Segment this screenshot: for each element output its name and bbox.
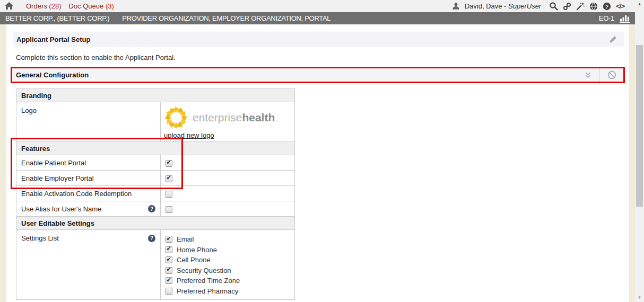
globe-icon[interactable] [589, 2, 598, 11]
home-icon[interactable] [5, 2, 13, 10]
org-code: EO-1 [599, 14, 614, 22]
content-panel: Applicant Portal Setup Complete this sec… [6, 24, 629, 302]
nav-doc-queue-label: Doc Queue [68, 2, 103, 10]
scrollbar-thumb[interactable] [636, 45, 643, 207]
user-name[interactable]: David, Dave - SuperUser [465, 2, 542, 10]
setting-option-preferred-pharmacy[interactable]: Preferred Pharmacy [166, 286, 290, 297]
enable-employer-portal-checkbox[interactable] [166, 175, 172, 182]
nav-doc-queue[interactable]: Doc Queue (3) [68, 2, 114, 10]
branding-header: Branding [16, 89, 295, 102]
orgbar-right-group: EO-1 [599, 14, 631, 23]
link-icon[interactable] [563, 2, 571, 11]
question-help-icon[interactable]: ? [148, 235, 155, 242]
home-phone-checkbox[interactable] [166, 246, 172, 253]
nav-orders-count: (28) [49, 2, 61, 10]
settings-list-cell: Email Home Phone Cell Phone Security Que… [161, 230, 295, 300]
setting-option-preferred-time-zone[interactable]: Preferred Time Zone [166, 276, 290, 286]
org-name[interactable]: BETTER CORP., (BETTER CORP.) [5, 14, 109, 22]
use-alias-checkbox[interactable] [166, 206, 172, 213]
settings-list-label-cell: Settings List ? [16, 230, 161, 300]
general-configuration-bar: General Configuration [11, 67, 625, 83]
page-header-bar: Applicant Portal Setup [13, 32, 624, 47]
logo-cell: enterprisehealth upload new logo [161, 102, 295, 142]
logo-sunburst-icon [164, 105, 188, 130]
organization-bar: BETTER CORP., (BETTER CORP.) PROVIDER OR… [0, 12, 635, 24]
enable-activation-code-checkbox[interactable] [166, 191, 172, 198]
feature-label: Enable Activation Code Redemption [16, 186, 161, 201]
feature-label: Enable Patient Portal [16, 155, 161, 171]
setting-option-security-question[interactable]: Security Question [166, 265, 290, 276]
scrollbar-down-arrow-icon[interactable]: ▼ [635, 294, 644, 301]
setting-option-cell-phone[interactable]: Cell Phone [166, 255, 290, 265]
feature-label: Enable Employer Portal [16, 171, 161, 186]
ban-icon[interactable] [600, 70, 623, 79]
vertical-scrollbar[interactable]: ▲ ▼ [635, 0, 644, 302]
wand-icon[interactable] [576, 2, 585, 11]
features-header: Features [16, 142, 295, 155]
logo-text-bold: health [242, 111, 275, 123]
security-question-checkbox[interactable] [166, 267, 172, 274]
intro-text: Complete this section to enable the Appl… [16, 54, 176, 61]
enterprise-health-logo: enterprisehealth [164, 105, 291, 130]
svg-text:?: ? [605, 3, 608, 9]
bar-chart-icon[interactable] [620, 14, 631, 23]
search-icon[interactable] [549, 2, 558, 11]
section-title: General Configuration [12, 71, 89, 79]
scrollbar-up-arrow-icon[interactable]: ▲ [635, 1, 644, 8]
cell-phone-checkbox[interactable] [166, 256, 172, 263]
double-chevron-down-icon[interactable] [576, 71, 599, 79]
email-checkbox[interactable] [166, 236, 172, 243]
enable-patient-portal-checkbox[interactable] [166, 160, 172, 167]
user-editable-settings-header: User Editable Settings [16, 217, 295, 230]
preferred-time-zone-checkbox[interactable] [166, 277, 172, 284]
pencil-icon[interactable] [609, 35, 617, 43]
user-role: SuperUser [508, 2, 541, 10]
question-help-icon[interactable]: ? [148, 205, 155, 212]
org-context: PROVIDER ORGANIZATION, EMPLOYER ORGANIZA… [122, 14, 330, 22]
setting-option-home-phone[interactable]: Home Phone [166, 245, 290, 255]
preferred-pharmacy-checkbox[interactable] [166, 288, 172, 295]
page-background: Applicant Portal Setup Complete this sec… [0, 24, 635, 302]
topbar-right-group: David, Dave - SuperUser ? </> [452, 2, 635, 11]
nav-orders-label: Orders [26, 2, 47, 10]
feature-label-with-help: Use Alias for User's Name ? [16, 201, 161, 217]
page-title: Applicant Portal Setup [16, 35, 90, 43]
code-icon[interactable]: </> [616, 2, 624, 10]
nav-orders[interactable]: Orders (28) [26, 2, 61, 10]
setting-option-email[interactable]: Email [166, 234, 290, 245]
configuration-table: Branding Logo [16, 88, 295, 300]
top-utility-bar: Orders (28) Doc Queue (3) David, Dave - … [0, 0, 635, 12]
logo-text-light: enterprise [193, 111, 242, 123]
section-controls [576, 68, 623, 82]
nav-doc-queue-count: (3) [106, 2, 114, 10]
help-icon[interactable]: ? [603, 2, 611, 11]
upload-new-logo-link[interactable]: upload new logo [164, 131, 214, 139]
logo-label: Logo [16, 102, 161, 142]
user-icon [452, 2, 460, 10]
